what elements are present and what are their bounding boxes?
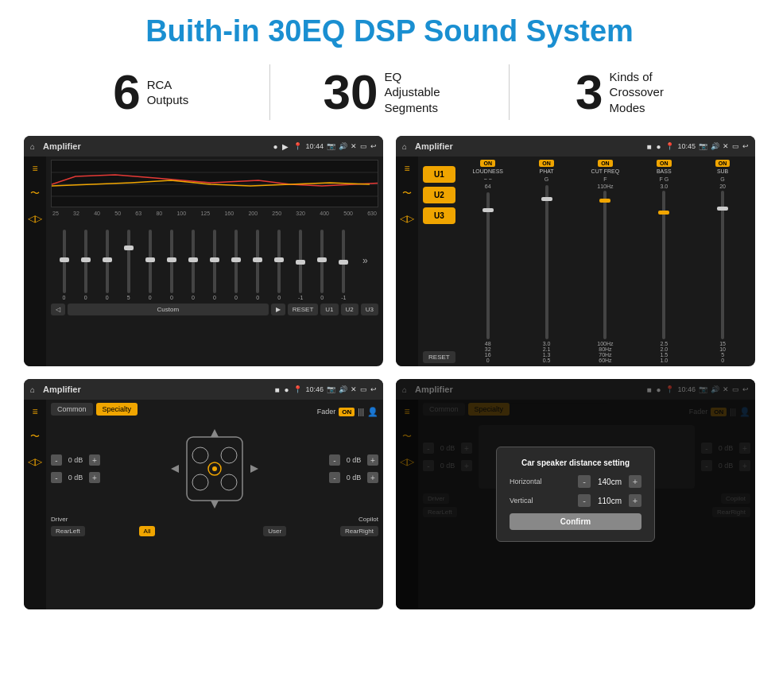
stat-number-crossover: 3 (576, 68, 603, 117)
db-plus-tr[interactable]: + (367, 454, 378, 466)
slider-160[interactable]: 0 (227, 230, 246, 300)
db-plus-tl[interactable]: + (89, 454, 100, 466)
slider-125[interactable]: 0 (204, 230, 224, 300)
db-minus-br[interactable]: - (329, 472, 340, 483)
topbar-icons-eq: 📍 10:44 📷 🔊 ✕ ▭ ↩ (293, 142, 377, 150)
stat-label-eq: EQ AdjustableSegments (384, 69, 455, 116)
ch-on-sub: ON (715, 160, 731, 167)
ch-cutfreq: ON CUT FREQ F 110Hz 100Hz 80Hz 70Hz 60Hz (577, 160, 633, 363)
stat-divider-1 (269, 64, 270, 120)
slider-63[interactable]: 0 (140, 230, 160, 300)
u3-select[interactable]: U3 (423, 207, 455, 224)
speaker-btn-row: RearLeft All User RearRight (51, 526, 378, 536)
u2-btn[interactable]: U2 (341, 304, 358, 315)
fader-on-badge: ON (339, 408, 355, 416)
wave-icon-tr[interactable]: 〜 (402, 187, 412, 200)
ch-slider-bass[interactable] (662, 191, 665, 339)
rear-left-btn[interactable]: RearLeft (51, 526, 85, 536)
vertical-value-box: - 110cm + (578, 494, 641, 507)
db-value-bl: 0 dB (64, 474, 87, 481)
svg-marker-11 (211, 501, 219, 509)
horizontal-minus[interactable]: - (578, 475, 591, 488)
slider-500[interactable]: -1 (334, 230, 354, 300)
db-minus-tr[interactable]: - (329, 454, 340, 466)
db-plus-br[interactable]: + (367, 472, 378, 483)
vertical-minus[interactable]: - (578, 494, 591, 507)
left-sidebar-eq: ≡ 〜 ◁▷ (24, 157, 46, 366)
db-minus-bl[interactable]: - (51, 472, 62, 483)
play-btn[interactable]: ▶ (271, 304, 285, 315)
stat-crossover: 3 Kinds ofCrossover Modes (525, 68, 731, 117)
channels-content: U1 U2 U3 RESET ON LOUDNESS ~ ~ 64 48 32 … (418, 157, 755, 366)
speaker-icon[interactable]: ◁▷ (28, 213, 42, 224)
slider-250[interactable]: 0 (269, 230, 289, 300)
car-svg (107, 425, 323, 512)
car-diagram (107, 425, 323, 512)
home-icon-tr[interactable]: ⌂ (402, 142, 407, 151)
topbar-bl: ⌂ Amplifier ■ ● 📍 10:46 📷 🔊 ✕ ▭ ↩ (24, 379, 383, 400)
home-icon[interactable]: ⌂ (30, 142, 35, 151)
u3-btn[interactable]: U3 (361, 304, 378, 315)
ch-on-cutfreq: ON (598, 160, 613, 167)
ch-slider-cutfreq[interactable] (603, 191, 607, 339)
vertical-plus[interactable]: + (629, 494, 641, 507)
tab-specialty-bl[interactable]: Specialty (96, 403, 138, 416)
distance-dialog: Car speaker distance setting Horizontal … (496, 447, 655, 542)
u1-btn[interactable]: U1 (320, 304, 338, 315)
back-icon[interactable]: ↩ (370, 142, 377, 150)
slider-expand[interactable]: » (355, 255, 375, 266)
all-btn[interactable]: All (139, 526, 156, 536)
db-plus-bl[interactable]: + (89, 472, 100, 483)
slider-200[interactable]: 0 (248, 230, 268, 300)
slider-32[interactable]: 0 (76, 230, 95, 300)
ch-slider-loudness[interactable] (486, 192, 490, 339)
slider-40[interactable]: 0 (97, 230, 117, 300)
tab-common-bl[interactable]: Common (51, 403, 93, 416)
ch-on-bass: ON (657, 160, 672, 167)
home-icon-bl[interactable]: ⌂ (30, 385, 35, 394)
user-btn[interactable]: User (263, 526, 286, 536)
rear-right-btn[interactable]: RearRight (340, 526, 378, 536)
slider-320[interactable]: -1 (291, 230, 311, 300)
wave-icon[interactable]: 〜 (30, 187, 40, 200)
confirm-button[interactable]: Confirm (510, 513, 641, 530)
reset-btn-ch[interactable]: RESET (423, 351, 455, 363)
ch-on-phat: ON (539, 160, 554, 167)
topbar-icons-tr: 📍 10:45 📷 🔊 ✕ ▭ ↩ (665, 142, 749, 150)
prev-btn[interactable]: ◁ (51, 304, 65, 315)
eq-icon-bl[interactable]: ≡ (32, 406, 37, 417)
u2-select[interactable]: U2 (423, 187, 455, 203)
dot-icon-bl: ■ (274, 385, 279, 394)
slider-50[interactable]: 5 (118, 230, 138, 300)
db-minus-tl[interactable]: - (51, 454, 62, 466)
horizontal-plus[interactable]: + (629, 475, 641, 488)
speaker-controls-area: - 0 dB + - 0 dB + (51, 425, 378, 512)
vertical-row: Vertical - 110cm + (510, 494, 641, 507)
back-icon-tr[interactable]: ↩ (742, 142, 749, 150)
driver-label: Driver (51, 516, 68, 523)
window-icon-tr: ▭ (732, 142, 739, 150)
u1-select[interactable]: U1 (423, 166, 455, 183)
wave-icon-bl[interactable]: 〜 (30, 430, 40, 443)
fader-sliders: ||| (358, 408, 364, 416)
vertical-label: Vertical (510, 497, 533, 505)
speaker-icon-bl[interactable]: ◁▷ (28, 456, 42, 467)
db-control-tr: - 0 dB + (329, 454, 378, 466)
vertical-value: 110cm (594, 497, 626, 505)
slider-400[interactable]: 0 (312, 230, 332, 300)
eq-icon-tr[interactable]: ≡ (404, 163, 409, 174)
screen-eq-sliders: ⌂ Amplifier ● ▶ 📍 10:44 📷 🔊 ✕ ▭ ↩ ≡ 〜 ◁▷ (24, 136, 383, 366)
ch-slider-phat[interactable] (545, 185, 548, 339)
speaker-icon-tr[interactable]: ◁▷ (400, 213, 414, 224)
reset-btn-eq[interactable]: RESET (288, 304, 319, 315)
slider-25[interactable]: 0 (54, 230, 74, 300)
dot-icon: ● (273, 142, 277, 151)
slider-80[interactable]: 0 (161, 230, 181, 300)
slider-100[interactable]: 0 (183, 230, 203, 300)
back-icon-bl[interactable]: ↩ (370, 385, 377, 393)
stat-label-crossover: Kinds ofCrossover Modes (610, 69, 681, 116)
ch-slider-sub[interactable] (721, 191, 724, 339)
eq-icon[interactable]: ≡ (32, 163, 37, 174)
stats-row: 6 RCAOutputs 30 EQ AdjustableSegments 3 … (0, 56, 779, 131)
svg-marker-12 (171, 465, 179, 473)
